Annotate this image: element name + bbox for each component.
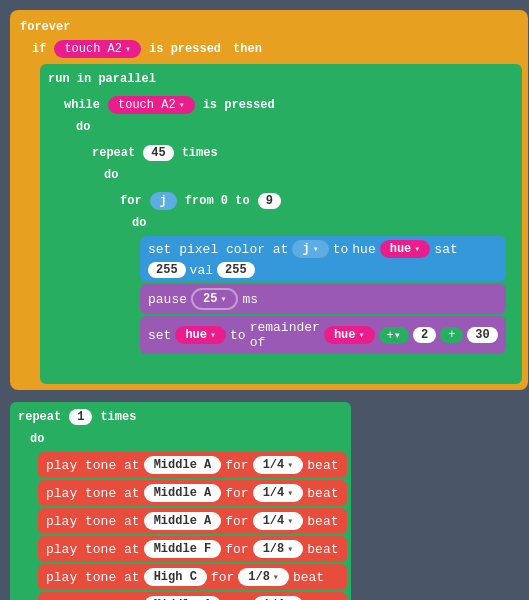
hue-ref-arrow[interactable]: ▾ — [358, 329, 364, 341]
set-label: set — [148, 328, 171, 343]
j-ref-pill[interactable]: j ▾ — [292, 240, 328, 258]
do2-label: do — [100, 166, 122, 184]
duration-text-4: 1/8 — [248, 570, 270, 584]
duration-pill-5[interactable]: 1/4 ▾ — [253, 596, 304, 600]
times-label: times — [178, 144, 222, 162]
play-tone-label-0: play tone at — [46, 458, 140, 473]
do2-row: do — [100, 164, 510, 186]
to-9-pill[interactable]: 9 — [258, 193, 281, 209]
repeat-block: repeat 45 times do — [84, 138, 514, 368]
tones-container: play tone at Middle A for 1/4 ▾ beat pla… — [38, 452, 347, 600]
note-pill-5[interactable]: Middle A — [144, 596, 222, 600]
times-bottom-label: times — [96, 408, 140, 426]
val-val-pill[interactable]: 255 — [217, 262, 255, 278]
repeat-1-pill[interactable]: 1 — [69, 409, 92, 425]
play-tone-label-1: play tone at — [46, 486, 140, 501]
duration-text-0: 1/4 — [263, 458, 285, 472]
thirty-pill[interactable]: 30 — [467, 327, 497, 343]
for-label-2: for — [225, 514, 248, 529]
to-label2: to — [230, 328, 246, 343]
parallel-block: run in parallel while touch A2 ▾ is pres… — [40, 64, 522, 384]
tone-row-4: play tone at High C for 1/8 ▾ beat — [38, 564, 347, 590]
note-pill-2[interactable]: Middle A — [144, 512, 222, 530]
touch-a2-text: touch A2 — [64, 42, 122, 56]
note-text-0: Middle A — [154, 458, 212, 472]
pause-val-pill[interactable]: 25 ▾ — [191, 288, 238, 310]
while-touch-arrow[interactable]: ▾ — [179, 99, 185, 111]
duration-pill-0[interactable]: 1/4 ▾ — [253, 456, 304, 474]
note-pill-0[interactable]: Middle A — [144, 456, 222, 474]
duration-pill-3[interactable]: 1/8 ▾ — [253, 540, 304, 558]
for-block: for j from 0 to 9 do — [112, 186, 510, 360]
duration-pill-2[interactable]: 1/4 ▾ — [253, 512, 304, 530]
repeat-45-pill[interactable]: 45 — [143, 145, 173, 161]
play-tone-label-3: play tone at — [46, 542, 140, 557]
tone-row-5: play tone at Middle A for 1/4 ▾ beat — [38, 592, 347, 600]
forever-label-row: forever — [16, 16, 522, 38]
hue-ref-text: hue — [334, 328, 356, 342]
ms-label: ms — [242, 292, 258, 307]
note-text-4: High C — [154, 570, 197, 584]
plus-symbol: +▾ — [387, 328, 401, 343]
beat-label-4: beat — [293, 570, 324, 585]
for-label-1: for — [225, 486, 248, 501]
do-bottom-label: do — [26, 430, 48, 448]
do-bottom-row: do — [26, 428, 347, 450]
touch-dropdown-arrow[interactable]: ▾ — [125, 43, 131, 55]
bottom-section: repeat 1 times do play tone at Middle A … — [10, 402, 519, 600]
note-pill-1[interactable]: Middle A — [144, 484, 222, 502]
pause-row: pause 25 ▾ ms — [140, 284, 506, 314]
do-label: do — [72, 118, 94, 136]
hue-ref-pill[interactable]: hue ▾ — [324, 326, 375, 344]
note-pill-4[interactable]: High C — [144, 568, 207, 586]
j-ref-text: j — [302, 242, 309, 256]
repeat-outer: repeat 45 times do — [84, 138, 514, 372]
note-pill-3[interactable]: Middle F — [144, 540, 222, 558]
duration-pill-1[interactable]: 1/4 ▾ — [253, 484, 304, 502]
pause-val-text: 25 — [203, 292, 217, 306]
note-text-1: Middle A — [154, 486, 212, 500]
do-row: do — [72, 116, 514, 138]
hue-var-arrow[interactable]: ▾ — [210, 329, 216, 341]
touch-pill[interactable]: touch A2 ▾ — [54, 40, 141, 58]
remainder-label: remainder of — [250, 320, 320, 350]
hue-dropdown-pill[interactable]: hue ▾ — [380, 240, 431, 258]
tone-row-1: play tone at Middle A for 1/4 ▾ beat — [38, 480, 347, 506]
beat-label-0: beat — [307, 458, 338, 473]
do3-label: do — [128, 214, 150, 232]
j-text: j — [160, 194, 167, 208]
j-dropdown[interactable]: ▾ — [313, 243, 319, 255]
tone-row-0: play tone at Middle A for 1/4 ▾ beat — [38, 452, 347, 478]
while-row: while touch A2 ▾ is pressed — [60, 94, 514, 116]
two-pill[interactable]: 2 — [413, 327, 436, 343]
while-touch-pill[interactable]: touch A2 ▾ — [108, 96, 195, 114]
hue-var-pill[interactable]: hue ▾ — [175, 326, 226, 344]
set-pixel-outer: set pixel color at j ▾ to hue — [140, 236, 506, 354]
beat-label-3: beat — [307, 542, 338, 557]
note-text-3: Middle F — [154, 542, 212, 556]
duration-text-2: 1/4 — [263, 514, 285, 528]
set-hue-row: set hue ▾ to remainder of — [140, 316, 506, 354]
do3-row: do — [128, 212, 506, 234]
while-is-pressed: is pressed — [199, 96, 279, 114]
parallel-label-row: run in parallel — [44, 68, 518, 90]
hue-var-text: hue — [185, 328, 207, 342]
hue-label1: hue — [352, 242, 375, 257]
pause-dropdown[interactable]: ▾ — [220, 293, 226, 305]
sat-val-pill[interactable]: 255 — [148, 262, 186, 278]
duration-text-1: 1/4 — [263, 486, 285, 500]
run-parallel-label: run in parallel — [44, 70, 160, 88]
hue-dropdown-arrow[interactable]: ▾ — [414, 243, 420, 255]
beat-label-1: beat — [307, 486, 338, 501]
forever-label: forever — [16, 18, 74, 36]
duration-text-3: 1/8 — [263, 542, 285, 556]
j-pill[interactable]: j — [150, 192, 177, 210]
note-text-2: Middle A — [154, 514, 212, 528]
then-label: then — [229, 40, 266, 58]
plus-operator: +▾ — [379, 327, 409, 344]
repeat-bottom-label: repeat — [14, 408, 65, 426]
duration-pill-4[interactable]: 1/8 ▾ — [238, 568, 289, 586]
plus2-symbol: + — [448, 328, 455, 342]
plus2-operator: + — [440, 327, 463, 343]
while-outer: while touch A2 ▾ is pressed do — [56, 90, 518, 380]
